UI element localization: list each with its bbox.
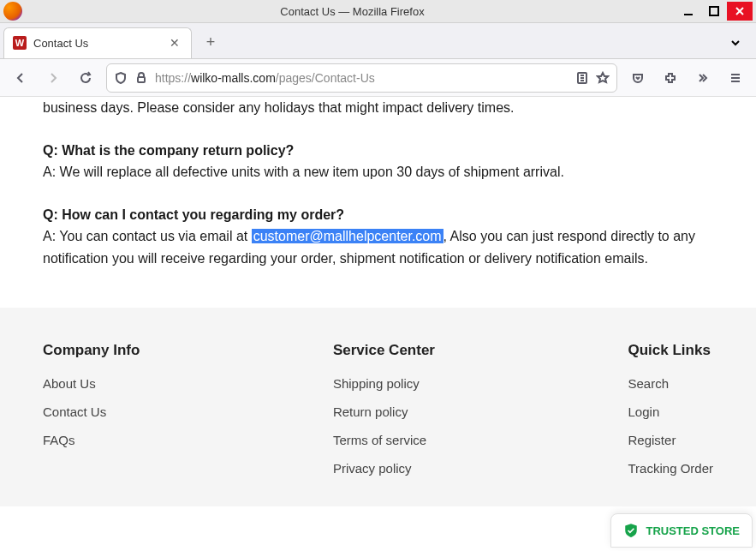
overflow-button[interactable] xyxy=(691,66,715,90)
pocket-button[interactable] xyxy=(626,66,650,90)
maximize-icon xyxy=(707,4,721,18)
app-menu-button[interactable] xyxy=(723,66,747,90)
footer-link-login[interactable]: Login xyxy=(628,404,713,419)
svg-rect-1 xyxy=(710,7,718,15)
window-titlebar: Contact Us — Mozilla Firefox xyxy=(0,0,756,23)
minimize-button[interactable] xyxy=(676,2,701,21)
puzzle-icon xyxy=(664,71,677,85)
footer-link-shipping[interactable]: Shipping policy xyxy=(333,376,435,391)
faq-answer-pre: A: You can contact us via email at xyxy=(43,229,252,243)
hamburger-icon xyxy=(729,71,742,85)
url-bar[interactable]: https://wilko-malls.com/pages/Contact-Us xyxy=(106,63,617,93)
back-button[interactable] xyxy=(9,66,33,90)
reload-icon xyxy=(79,71,92,85)
footer-link-tracking[interactable]: Tracking Order xyxy=(628,461,713,476)
trusted-store-label: TRUSTED STORE xyxy=(646,524,740,537)
footer-link-privacy[interactable]: Privacy policy xyxy=(333,461,435,476)
svg-marker-9 xyxy=(598,73,608,82)
pocket-icon xyxy=(631,71,645,85)
tab-close-button[interactable]: ✕ xyxy=(167,36,182,50)
window-title: Contact Us — Mozilla Firefox xyxy=(29,5,676,18)
arrow-right-icon xyxy=(46,71,60,85)
footer-link-contact[interactable]: Contact Us xyxy=(43,404,140,419)
new-tab-button[interactable]: + xyxy=(197,29,224,57)
trusted-store-badge[interactable]: TRUSTED STORE xyxy=(610,513,753,548)
faq-answer: A: We will replace all defective units w… xyxy=(43,165,564,179)
shield-check-icon xyxy=(623,523,639,538)
arrow-left-icon xyxy=(14,71,27,85)
page-content: business days. Please consider any holid… xyxy=(0,97,756,270)
minimize-icon xyxy=(682,4,695,18)
url-path: /pages/Contact-Us xyxy=(276,71,375,85)
close-icon xyxy=(733,4,747,18)
bookmark-button[interactable] xyxy=(596,71,610,85)
tabs-dropdown-button[interactable] xyxy=(723,31,747,55)
reader-mode-button[interactable] xyxy=(575,71,589,85)
faq-contact: Q: How can I contact you regarding my or… xyxy=(43,204,713,270)
url-scheme: https:// xyxy=(155,71,191,85)
forward-button[interactable] xyxy=(41,66,65,90)
footer-link-faqs[interactable]: FAQs xyxy=(43,433,140,447)
tab-favicon: W xyxy=(13,36,27,50)
faq-question: Q: What is the company return policy? xyxy=(43,143,294,158)
chevron-double-right-icon xyxy=(696,71,710,85)
lock-icon[interactable] xyxy=(134,71,148,85)
window-controls xyxy=(676,2,753,21)
viewport[interactable]: business days. Please consider any holid… xyxy=(0,97,756,551)
extensions-button[interactable] xyxy=(658,66,682,90)
footer-heading: Company Info xyxy=(43,342,140,359)
contact-email-highlight[interactable]: customer@mallhelpcenter.com xyxy=(252,229,443,243)
footer-col-quicklinks: Quick Links Search Login Register Tracki… xyxy=(628,342,713,489)
chevron-down-icon xyxy=(729,36,742,50)
firefox-icon xyxy=(3,2,22,21)
reload-button[interactable] xyxy=(74,66,98,90)
footer-link-search[interactable]: Search xyxy=(628,376,713,391)
toolbar: https://wilko-malls.com/pages/Contact-Us xyxy=(0,59,756,97)
url-text: https://wilko-malls.com/pages/Contact-Us xyxy=(155,71,568,85)
close-window-button[interactable] xyxy=(727,2,753,21)
faq-delivery-fragment: business days. Please consider any holid… xyxy=(43,97,713,119)
footer-link-register[interactable]: Register xyxy=(628,433,713,447)
footer-link-about[interactable]: About Us xyxy=(43,376,140,391)
maximize-button[interactable] xyxy=(701,2,727,21)
faq-question: Q: How can I contact you regarding my or… xyxy=(43,207,344,222)
tab-title: Contact Us xyxy=(33,37,160,50)
footer-heading: Quick Links xyxy=(628,342,713,359)
svg-rect-4 xyxy=(138,77,145,82)
footer-heading: Service Center xyxy=(333,342,435,359)
tab-bar: W Contact Us ✕ + xyxy=(0,23,756,59)
faq-return-policy: Q: What is the company return policy? A:… xyxy=(43,140,713,183)
shield-icon[interactable] xyxy=(114,71,128,85)
tab-active[interactable]: W Contact Us ✕ xyxy=(3,27,192,58)
footer-link-tos[interactable]: Terms of service xyxy=(333,433,435,447)
footer-col-company: Company Info About Us Contact Us FAQs xyxy=(43,342,140,489)
footer-col-service: Service Center Shipping policy Return po… xyxy=(333,342,435,489)
footer-link-return[interactable]: Return policy xyxy=(333,404,435,419)
page-footer: Company Info About Us Contact Us FAQs Se… xyxy=(0,308,756,506)
url-domain: wilko-malls.com xyxy=(191,71,276,85)
